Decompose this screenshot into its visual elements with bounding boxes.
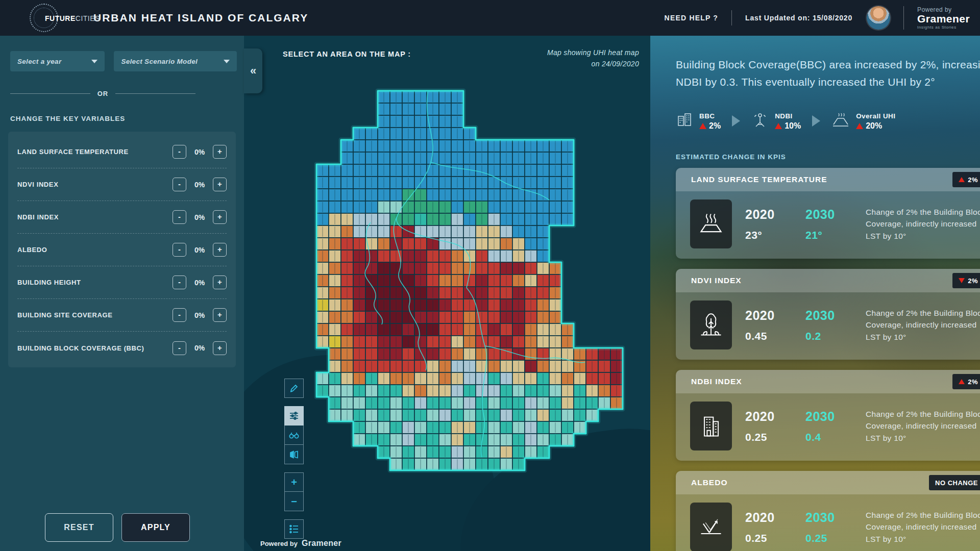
binoculars-tool-button[interactable] [284, 425, 304, 445]
flow-arrow-icon [732, 115, 740, 127]
map-prompt-label: SELECT AN AREA ON THE MAP : [283, 50, 411, 58]
apply-button[interactable]: APPLY [121, 513, 190, 542]
kpi-change-badge: 2% [952, 374, 980, 389]
year-select[interactable]: Select a year [10, 51, 105, 71]
heat-surface-icon [831, 111, 850, 131]
variable-row: NDBI INDEX - 0% + [17, 201, 227, 234]
variable-row: BUILDING SITE COVERAGE - 0% + [17, 299, 227, 332]
chevron-down-icon [224, 60, 230, 63]
gramener-logo: Gramener [917, 13, 980, 24]
kpi-change-badge: 2% [952, 172, 980, 187]
decrement-button[interactable]: - [173, 210, 186, 224]
kpi-year-future: 2030 [805, 409, 852, 424]
kpi-value-now: 0.25 [745, 431, 792, 443]
kpi-description: Change of 2% the Building Block Coverage… [866, 509, 980, 545]
flow-arrow-icon [812, 115, 820, 127]
increment-button[interactable]: + [213, 341, 227, 355]
variables-panel: LAND SURFACE TEMPERATURE - 0% + NDVI IND… [8, 132, 236, 367]
change-direction-icon [699, 123, 706, 129]
kpi-card-title: NDVI INDEX [691, 276, 742, 285]
variable-label: ALBEDO [17, 246, 173, 254]
ndvi-icon [690, 300, 732, 349]
change-direction-icon [856, 123, 863, 129]
albedo-icon [690, 503, 732, 551]
variable-value: 0% [192, 246, 207, 254]
need-help-link[interactable]: NEED HELP ? [665, 14, 719, 22]
decrement-button[interactable]: - [173, 341, 186, 355]
variable-row: NDVI INDEX - 0% + [17, 168, 227, 201]
user-avatar[interactable] [867, 6, 890, 30]
decrement-button[interactable]: - [173, 276, 186, 289]
map-powered-by: Powered by Gramener [260, 539, 341, 548]
uhi-heatmap[interactable] [309, 85, 636, 488]
variable-value: 0% [192, 148, 207, 156]
kpi-card: NDBI INDEX 2% 2020 0.25 2030 0.4 Change … [676, 370, 980, 461]
scenario-model-select[interactable]: Select Scenario Model [114, 51, 237, 71]
kpi-value-future: 21° [805, 229, 852, 241]
zoom-in-tool-button[interactable]: + [284, 472, 304, 492]
or-divider: OR [10, 90, 195, 97]
reset-button[interactable]: RESET [45, 513, 113, 542]
kpi-card-title: LAND SURFACE TEMPERATURE [691, 175, 827, 184]
page-title: URBAN HEAT ISLAND OF CALGARY [93, 12, 308, 24]
kpi-year-now: 2020 [745, 308, 792, 323]
decrement-button[interactable]: - [173, 243, 186, 257]
kpi-change-badge: 2% [952, 273, 980, 288]
variable-value: 0% [192, 181, 207, 189]
variable-value: 0% [192, 344, 207, 352]
insight-headline: Building Block Coverage(BBC) area increa… [676, 56, 980, 91]
variable-value: 0% [192, 213, 207, 221]
flow-step-change: 10% [785, 121, 801, 131]
lst-icon [690, 199, 732, 248]
increment-button[interactable]: + [213, 308, 227, 322]
control-sidebar: Select a year Select Scenario Model OR C… [0, 36, 244, 551]
variable-label: NDVI INDEX [17, 181, 173, 188]
kpi-change-badge: NO CHANGE [929, 475, 980, 490]
kpi-description: Change of 2% the Building Block Coverage… [866, 408, 980, 444]
variable-row: BUILDING HEIGHT - 0% + [17, 266, 227, 299]
increment-button[interactable]: + [213, 243, 227, 257]
change-direction-icon [959, 278, 965, 283]
app-window: FUTURECITIES URBAN HEAT ISLAND OF CALGAR… [0, 0, 980, 551]
kpi-year-now: 2020 [745, 409, 792, 424]
ndbi-icon [690, 402, 732, 450]
logo-text: FUTURECITIES [45, 14, 100, 23]
flow-step-label: NDBI [775, 112, 793, 120]
change-direction-icon [959, 379, 965, 384]
header-divider [731, 10, 732, 26]
increment-button[interactable]: + [213, 276, 227, 289]
powered-by-block: Powered by Gramener Insights as Stories [903, 6, 980, 29]
last-updated-text: Last Updated on: 15/08/2020 [745, 14, 852, 22]
kpi-year-future: 2030 [805, 510, 852, 525]
variable-value: 0% [192, 279, 207, 287]
swipe-tool-button[interactable] [284, 445, 304, 464]
decrement-button[interactable]: - [173, 178, 186, 191]
variable-label: BUILDING BLOCK COVERAGE (BBC) [17, 344, 173, 352]
increment-button[interactable]: + [213, 178, 227, 191]
variable-row: LAND SURFACE TEMPERATURE - 0% + [17, 136, 227, 168]
increment-button[interactable]: + [213, 145, 227, 159]
zoom-out-tool-button[interactable]: − [284, 492, 304, 511]
kpi-description: Change of 2% the Building Block Coverage… [866, 307, 980, 343]
increment-button[interactable]: + [213, 210, 227, 224]
map-caption: Map showing UHI heat map on 24/09/2020 [547, 47, 639, 70]
sidebar-collapse-button[interactable]: « [244, 48, 262, 93]
flow-step-change: 20% [866, 121, 882, 131]
top-header: FUTURECITIES URBAN HEAT ISLAND OF CALGAR… [0, 0, 980, 36]
buildings-icon [676, 111, 693, 131]
flow-step-change: 2% [709, 121, 721, 131]
kpi-flow: BBC 2% NDBI 10% Overall UHI 20% [676, 111, 980, 131]
kpi-card-title: ALBEDO [691, 478, 727, 487]
draw-tool-button[interactable] [284, 379, 304, 398]
decrement-button[interactable]: - [173, 308, 186, 322]
sliders-tool-button[interactable] [284, 406, 304, 425]
legend-tool-button[interactable] [284, 519, 304, 539]
flow-step-label: BBC [699, 112, 715, 120]
kpi-value-future: 0.25 [805, 532, 852, 544]
variable-label: BUILDING SITE COVERAGE [17, 311, 173, 319]
flow-step: BBC 2% [676, 111, 721, 131]
header-right: NEED HELP ? Last Updated on: 15/08/2020 … [665, 0, 980, 36]
kpi-value-now: 0.45 [745, 330, 792, 342]
decrement-button[interactable]: - [173, 145, 186, 159]
chevron-down-icon [91, 60, 97, 63]
